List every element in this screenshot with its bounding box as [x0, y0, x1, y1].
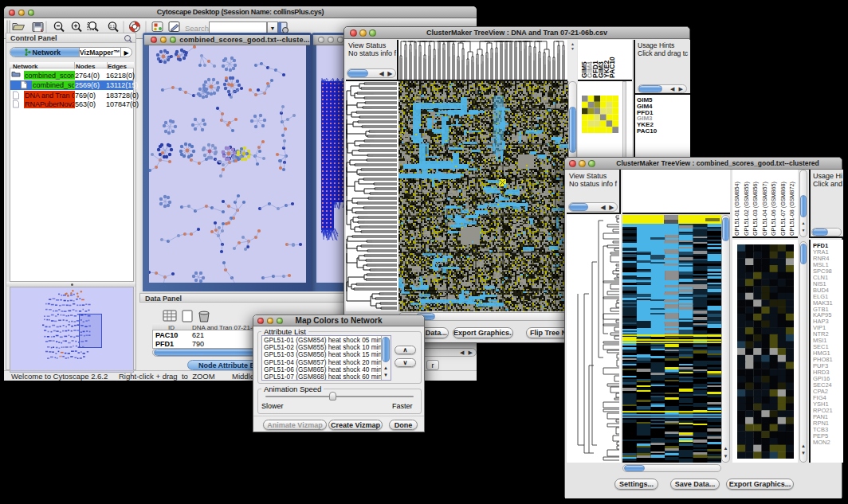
svg-text:GPL51-07 (GSM868): GPL51-07 (GSM868) — [779, 182, 787, 236]
svg-text:GPL51-08 (GSM872): GPL51-08 (GSM872) — [788, 182, 795, 236]
svg-text:GPL51-02 (GSM855): GPL51-02 (GSM855) — [743, 182, 750, 236]
svg-text:GPL51-01 (GSM854): GPL51-01 (GSM854) — [733, 182, 740, 236]
svg-text:GPL51-04 (GSM857): GPL51-04 (GSM857) — [761, 182, 768, 236]
svg-text:PAC10: PAC10 — [608, 57, 616, 78]
svg-text:GPL51-03 (GSM856): GPL51-03 (GSM856) — [752, 182, 759, 236]
svg-text:1:1: 1:1 — [110, 25, 116, 29]
svg-text:GPL51-06 (GSM865): GPL51-06 (GSM865) — [770, 182, 777, 236]
